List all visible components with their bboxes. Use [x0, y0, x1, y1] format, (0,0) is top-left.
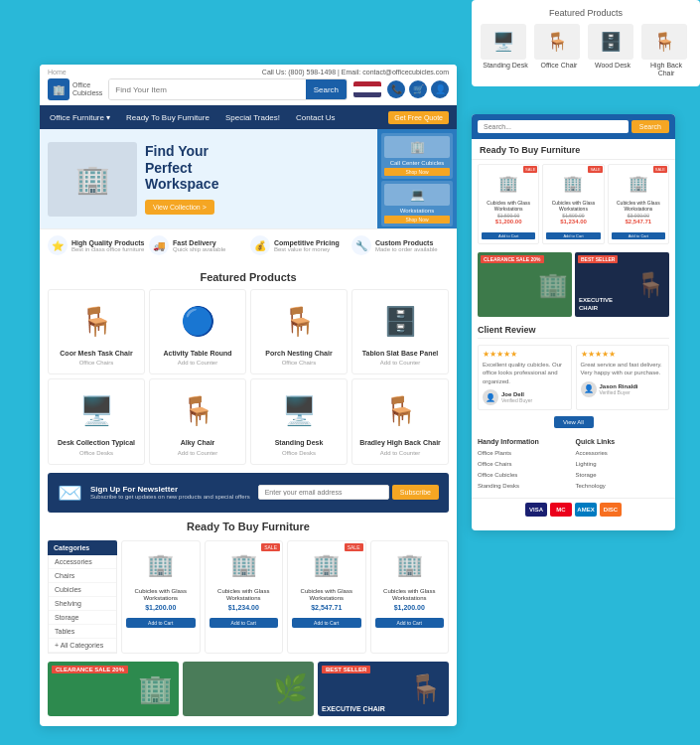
table-row[interactable]: SALE 🏢 Cubicles with Glass Workstations … — [287, 540, 366, 654]
sidebar-item-accessories[interactable]: Accessories — [49, 555, 116, 569]
list-item: 🪑 High Back Chair — [641, 24, 691, 78]
table-row[interactable]: 🪑 Alky Chair Add to Counter — [149, 378, 246, 464]
nav-item-contact[interactable]: Contact Us — [294, 105, 338, 129]
add-to-cart-button[interactable]: Add to Cart — [482, 232, 535, 239]
card-name: Call Center Cubicles — [384, 160, 450, 166]
ready-to-buy-section: Ready To Buy Furniture Categories Access… — [40, 521, 457, 662]
sidebar-item-office-cubicles[interactable]: Office Cubicles — [478, 470, 572, 481]
hero-text: Find Your Perfect Workspace View Collect… — [137, 143, 218, 215]
newsletter-email-input[interactable] — [258, 485, 389, 500]
banner-icon: 🏢 — [138, 672, 173, 705]
sidebar-item-all[interactable]: + All Categories — [49, 639, 116, 653]
table-row[interactable]: 🪑 Bradley High Back Chair Add to Counter — [351, 378, 449, 464]
features-bar: ⭐ High Quality Products Best in class of… — [40, 228, 457, 261]
contact-info: Call Us: (800) 598-1498 | Email: contact… — [262, 69, 449, 75]
table-row[interactable]: SALE 🏢 Cubicles with Glass Workstations … — [542, 164, 604, 244]
sidebar-item-tables[interactable]: Tables — [49, 625, 116, 639]
rp-search-button[interactable]: Search — [631, 120, 669, 133]
reviewer-name: Jason Rinaldi — [600, 383, 638, 389]
nav-item-furniture[interactable]: Office Furniture ▾ — [48, 105, 112, 129]
search-button[interactable]: Search — [306, 79, 347, 99]
sale-badge: SALE — [345, 543, 363, 551]
hero-card-workstations: 💻 Workstations Shop Now — [381, 181, 453, 226]
product-image: 🗄️ — [588, 24, 633, 60]
banner-clearance[interactable]: CLEARANCE SALE 20% 🏢 — [48, 662, 179, 716]
quote-button[interactable]: Get Free Quote — [388, 111, 449, 124]
add-to-cart-button[interactable]: Add to Cart — [375, 618, 445, 628]
sidebar-item-storage[interactable]: Storage — [576, 470, 670, 481]
add-to-cart-button[interactable]: Add to Cart — [612, 232, 665, 239]
phone-icon[interactable]: 📞 — [387, 80, 405, 98]
site-logo: 🏢 Office Cubicless — [48, 78, 102, 100]
rp-search-input[interactable] — [478, 120, 629, 133]
add-to-cart-button[interactable]: Add to Cart — [210, 618, 279, 628]
newsletter-subscribe-button[interactable]: Subscribe — [392, 485, 439, 500]
categories-sidebar: Categories Accessories Chairs Cubicles S… — [48, 540, 117, 654]
breadcrumb: Home — [48, 69, 67, 75]
table-row[interactable]: 🔵 Activity Table Round Add to Counter — [149, 289, 246, 374]
table-row[interactable]: 🏢 Cubicles with Glass Workstations $1,20… — [370, 540, 450, 654]
product-name: Alky Chair — [156, 439, 239, 447]
product-brand: Add to Counter — [358, 360, 442, 366]
product-name: Cubicles with Glass Workstations — [375, 588, 445, 602]
visa-icon: VISA — [525, 503, 547, 517]
table-row[interactable]: 🖥️ Standing Desk Office Desks — [250, 378, 348, 464]
amex-icon: AMEX — [575, 503, 597, 517]
product-name: Cubicles with Glass Workstations — [612, 200, 665, 212]
sidebar-item-accessories[interactable]: Accessories — [576, 448, 670, 459]
table-row[interactable]: 🗄️ Tablon Slat Base Panel Add to Counter — [351, 289, 449, 374]
card-shop-button[interactable]: Shop Now — [384, 216, 450, 224]
product-brand: Office Chairs — [257, 360, 341, 366]
product-price: $1,234.00 — [210, 604, 279, 611]
rp-banner-executive[interactable]: BEST SELLER EXECUTIVECHAIR 🪑 — [575, 252, 669, 317]
table-row[interactable]: 🪑 Porch Nesting Chair Office Chairs — [250, 289, 348, 374]
avatar: 👤 — [483, 389, 498, 405]
sidebar-item-office-plants[interactable]: Office Plants — [478, 448, 572, 459]
banner-label: BEST SELLER — [322, 666, 370, 673]
product-name: Standing Desk — [257, 439, 341, 447]
header-main-row: 🏢 Office Cubicless Search 📞 🛒 👤 — [48, 78, 449, 100]
table-row[interactable]: SALE 🏢 Cubicles with Glass Workstations … — [608, 164, 669, 244]
quick-links-col1-title: Handy Information — [478, 438, 572, 445]
banner-green[interactable]: 🌿 — [183, 662, 314, 716]
sidebar-item-lighting[interactable]: Lighting — [576, 459, 670, 470]
sidebar-item-office-chairs[interactable]: Office Chairs — [478, 459, 572, 470]
sidebar-item-shelving[interactable]: Shelving — [49, 597, 116, 611]
table-row[interactable]: SALE 🏢 Cubicles with Glass Workstations … — [205, 540, 284, 654]
table-row[interactable]: 🏢 Cubicles with Glass Workstations $1,20… — [121, 540, 201, 654]
table-row[interactable]: 🖥️ Desk Collection Typical Office Desks — [48, 378, 145, 464]
add-to-cart-button[interactable]: Add to Cart — [292, 618, 361, 628]
product-image: 🏢 — [210, 545, 279, 585]
feature-delivery-text: Fast Delivery Quick ship available — [173, 239, 225, 252]
nav-item-ready[interactable]: Ready To Buy Furniture — [124, 105, 211, 129]
banner-executive[interactable]: BEST SELLER EXECUTIVE CHAIR 🪑 — [318, 662, 449, 716]
rp-banner-clearance[interactable]: CLEARANCE SALE 20% 🏢 — [478, 252, 572, 317]
logo-text: Office Cubicless — [72, 81, 102, 98]
sidebar-item-storage[interactable]: Storage — [49, 611, 116, 625]
sidebar-item-standing-desks[interactable]: Standing Desks — [478, 481, 572, 492]
sidebar-item-chairs[interactable]: Chairs — [49, 569, 116, 583]
categories-list: Accessories Chairs Cubicles Shelving Sto… — [48, 555, 117, 654]
table-row[interactable]: SALE 🏢 Cubicles with Glass Workstations … — [478, 164, 539, 244]
add-to-cart-button[interactable]: Add to Cart — [546, 232, 600, 239]
feature-pricing-text: Competitive Pricing Best value for money — [274, 239, 340, 252]
sidebar-item-cubicles[interactable]: Cubicles — [49, 583, 116, 597]
review-card-1: ★★★★★ Excellent quality cubicles. Our of… — [478, 345, 572, 410]
user-icon[interactable]: 👤 — [431, 80, 449, 98]
product-name: Wood Desk — [588, 62, 637, 70]
cart-icon[interactable]: 🛒 — [409, 80, 427, 98]
search-input[interactable] — [109, 79, 305, 99]
card-shop-button[interactable]: Shop Now — [384, 168, 450, 176]
product-name: Cubicles with Glass Workstations — [210, 588, 279, 602]
quick-links-col1: Handy Information Office Plants Office C… — [478, 438, 572, 492]
rp-search-bar: Search — [472, 114, 675, 139]
nav-item-special[interactable]: Special Trades! — [223, 105, 282, 129]
add-to-cart-button[interactable]: Add to Cart — [126, 618, 196, 628]
hero-cta-button[interactable]: View Collection > — [145, 200, 214, 215]
table-row[interactable]: 🪑 Coor Mesh Task Chair Office Chairs — [48, 289, 145, 374]
feature-delivery: 🚚 Fast Delivery Quick ship available — [149, 235, 246, 255]
pricing-icon: 💰 — [250, 235, 270, 255]
sidebar-item-technology[interactable]: Technology — [576, 481, 670, 492]
view-all-reviews-button[interactable]: View All — [554, 416, 594, 428]
product-name: Standing Desk — [481, 62, 530, 70]
